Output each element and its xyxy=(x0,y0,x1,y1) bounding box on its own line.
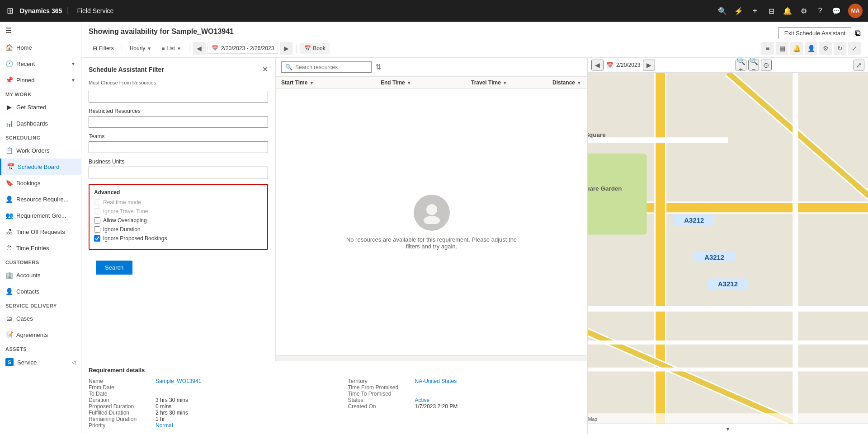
ignore-proposed-checkbox[interactable] xyxy=(94,235,100,242)
book-button[interactable]: 📅 Book xyxy=(300,43,329,54)
business-units-input[interactable] xyxy=(89,167,268,178)
sidebar-item-timeoff[interactable]: 🏖 Time Off Requests xyxy=(0,224,81,240)
map-expand-button[interactable]: ⤢ xyxy=(854,60,864,70)
apps-icon[interactable]: ⊞ xyxy=(5,6,14,15)
sidebar-item-getstarted[interactable]: ▶ Get Started xyxy=(0,99,81,115)
search-button[interactable]: Search xyxy=(96,261,132,275)
results-search-bar: 🔍 ⇅ xyxy=(276,58,587,77)
sidebar-item-reqgroup[interactable]: 👥 Requirement Gro... xyxy=(0,207,81,224)
col-start-time[interactable]: Start Time ▼ xyxy=(281,79,381,86)
restricted-resources-input[interactable] xyxy=(89,116,268,128)
req-row-todate: To Date xyxy=(89,391,321,397)
sidebar-item-timeentries[interactable]: ⏱ Time Entries xyxy=(0,240,81,256)
list-chevron: ▼ xyxy=(177,46,181,51)
sidebar-item-dashboards[interactable]: 📊 Dashboards xyxy=(0,115,81,131)
search-icon[interactable]: 🔍 xyxy=(718,6,727,15)
req-value-territory[interactable]: NA-United States xyxy=(415,378,457,384)
filters-button[interactable]: ⊟ Filters xyxy=(89,43,118,54)
filter-icon[interactable]: ⊟ xyxy=(767,6,776,15)
sidebar-item-cases[interactable]: 🗂 Cases xyxy=(0,310,81,327)
prev-date-button[interactable]: ◀ xyxy=(193,42,206,55)
sidebar-item-agreements[interactable]: 📝 Agreements xyxy=(0,327,81,343)
sidebar-item-resourcereq[interactable]: 👤 Resource Require... xyxy=(0,191,81,207)
zoom-out-button[interactable]: 🔍− xyxy=(748,60,759,70)
list-view-icon[interactable]: ≡ xyxy=(761,42,774,55)
help-icon[interactable]: ? xyxy=(816,6,825,15)
section-scheduling: Scheduling xyxy=(0,131,81,142)
person-icon[interactable]: 👤 xyxy=(805,42,817,55)
popout-icon[interactable]: ⧉ xyxy=(855,28,861,38)
calendar-icon-map: 📅 xyxy=(606,62,613,69)
req-row-territory: Territory NA-United States xyxy=(348,378,580,384)
exit-schedule-assistant-button[interactable]: Exit Schedule Assistant xyxy=(778,27,851,39)
ignore-duration-checkbox[interactable] xyxy=(94,226,100,233)
sidebar-hamburger[interactable]: ☰ xyxy=(0,22,81,39)
zoom-fit-button[interactable]: ⊙ xyxy=(761,60,772,70)
req-value-status[interactable]: Active xyxy=(415,397,430,403)
list-button[interactable]: ≡ List ▼ xyxy=(157,43,185,54)
sidebar-item-contacts[interactable]: 👤 Contacts xyxy=(0,283,81,299)
add-icon[interactable]: + xyxy=(750,6,760,15)
bell-icon[interactable]: 🔔 xyxy=(783,6,792,15)
filter-subtitle: Must Choose From Resources xyxy=(89,80,268,85)
sidebar-group-pinned[interactable]: 📌 Pinned ▼ xyxy=(0,72,81,88)
map-collapse-button[interactable]: ▼ xyxy=(588,424,868,434)
req-value-name[interactable]: Sample_WO13941 xyxy=(156,378,201,384)
filter-close-button[interactable]: ✕ xyxy=(262,65,268,74)
business-units-field: Business Units xyxy=(89,159,268,178)
empty-message: No resources are available for this requ… xyxy=(341,236,522,250)
agreement-icon: 📝 xyxy=(5,331,13,338)
sidebar-item-bookings[interactable]: 🔖 Bookings xyxy=(0,175,81,191)
sidebar-item-accounts[interactable]: 🏢 Accounts xyxy=(0,267,81,283)
gantt-icon[interactable]: ▤ xyxy=(776,42,788,55)
col-travel-time[interactable]: Travel Time ▼ xyxy=(471,79,552,86)
timeoff-icon: 🏖 xyxy=(5,228,13,235)
avatar[interactable]: MA xyxy=(848,4,863,18)
scrollbar-area[interactable] xyxy=(276,355,587,361)
map-next-button[interactable]: ▶ xyxy=(643,60,655,70)
chat-icon[interactable]: 💬 xyxy=(832,6,841,15)
sidebar-item-home[interactable]: 🏠 Home xyxy=(0,39,81,56)
search-input-wrap: 🔍 xyxy=(281,61,372,73)
sidebar-label-cases: Cases xyxy=(16,315,33,322)
header-bar: Showing availability for Sample_WO13941 … xyxy=(81,22,868,58)
allow-overlap-checkbox[interactable] xyxy=(94,217,100,224)
next-date-button[interactable]: ▶ xyxy=(280,42,292,55)
teams-input[interactable] xyxy=(89,141,268,153)
real-time-checkbox[interactable] xyxy=(94,199,100,205)
zoom-in-button[interactable]: 🔍+ xyxy=(736,60,746,70)
col-distance[interactable]: Distance ▼ xyxy=(552,79,582,86)
sidebar-label-getstarted: Get Started xyxy=(16,104,46,111)
req-label-fromdate: From Date xyxy=(89,384,152,391)
fullscreen-icon[interactable]: ⤢ xyxy=(848,42,861,55)
ignore-travel-checkbox[interactable] xyxy=(94,208,100,215)
req-value-priority[interactable]: Normal xyxy=(156,422,173,429)
lightning-icon[interactable]: ⚡ xyxy=(734,6,743,15)
empty-avatar xyxy=(414,195,450,231)
col-end-time[interactable]: End Time ▼ xyxy=(381,79,471,86)
req-row-createdon: Created On 1/7/2023 2:20 PM xyxy=(348,403,580,410)
settings-icon[interactable]: ⚙ xyxy=(799,6,808,15)
map-panel: ◀ 📅 2/20/2023 ▶ 🔍+ 🔍− ⊙ ⤢ xyxy=(588,58,868,434)
hourly-button[interactable]: Hourly ▼ xyxy=(126,43,156,54)
settings2-icon[interactable]: ⚙ xyxy=(819,42,832,55)
search-resources-input[interactable] xyxy=(295,64,368,70)
filters-label: Filters xyxy=(99,45,114,51)
sidebar-group-recent[interactable]: 🕐 Recent ▼ xyxy=(0,56,81,72)
req-row-proposedduration: Proposed Duration 0 mins xyxy=(89,403,321,410)
sidebar-label-contacts: Contacts xyxy=(16,288,39,295)
must-choose-input[interactable] xyxy=(89,91,268,103)
refresh-icon[interactable]: ↻ xyxy=(834,42,846,55)
sidebar-item-service[interactable]: S Service ◁ xyxy=(0,354,81,371)
svg-text:Parliament Square: Parliament Square xyxy=(588,131,606,138)
req-label-createdon: Created On xyxy=(348,403,411,410)
map-prev-button[interactable]: ◀ xyxy=(591,60,604,70)
sidebar-item-workorders[interactable]: 📋 Work Orders xyxy=(0,142,81,159)
sidebar-item-scheduleboard[interactable]: 📅 Schedule Board xyxy=(0,159,81,175)
alert-icon[interactable]: 🔔 xyxy=(790,42,803,55)
allow-overlap-row: Allow Overlapping xyxy=(94,217,263,224)
svg-point-0 xyxy=(426,204,437,215)
sort-button[interactable]: ⇅ xyxy=(375,63,381,71)
req-details-title: Requirement details xyxy=(89,367,580,373)
top-nav-right: 🔍 ⚡ + ⊟ 🔔 ⚙ ? 💬 MA xyxy=(718,4,863,18)
